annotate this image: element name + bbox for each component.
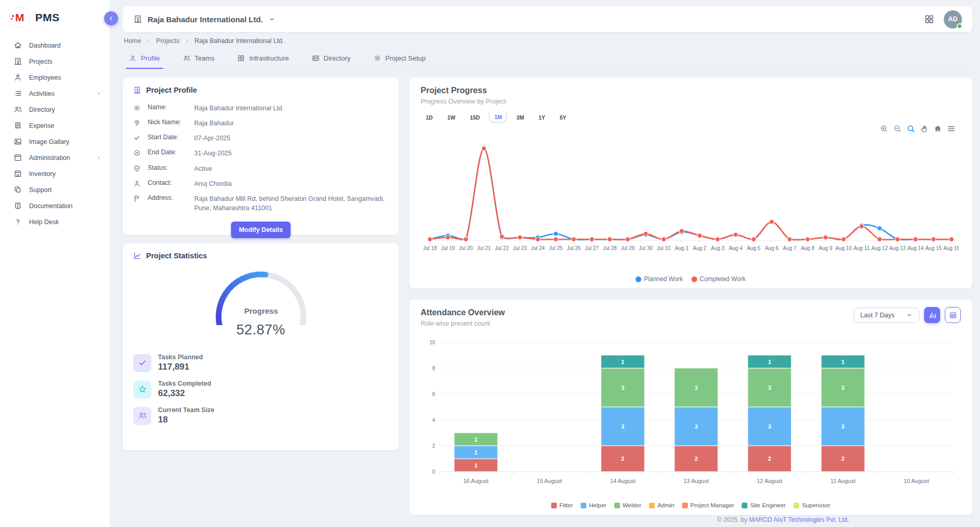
project-progress-card: Project Progress Progress Overview by Pr… xyxy=(409,78,972,288)
sidebar-item-projects[interactable]: Projects xyxy=(0,53,110,69)
breadcrumb-projects[interactable]: Projects xyxy=(156,37,179,45)
gear-icon xyxy=(133,104,141,112)
legend-label: Supervisor xyxy=(802,502,830,508)
sidebar-item-employees[interactable]: Employees xyxy=(0,69,110,85)
range-button-3m[interactable]: 3M xyxy=(511,112,529,123)
chevron-down-icon xyxy=(268,16,276,23)
legend-project-manager[interactable]: Project Manager xyxy=(682,502,734,508)
legend-completed-work[interactable]: Completed Work xyxy=(691,275,746,283)
svg-text:Progress: Progress xyxy=(244,306,278,315)
app-logo[interactable]: M PMS xyxy=(0,0,110,34)
star-icon xyxy=(138,385,147,394)
profile-field-end-date: End Date:31-Aug-2025 xyxy=(133,147,388,159)
svg-text:13 August: 13 August xyxy=(684,478,709,484)
range-button-1m[interactable]: 1M xyxy=(489,112,507,123)
zoom-out-icon[interactable] xyxy=(893,124,902,133)
range-button-1w[interactable]: 1W xyxy=(442,112,460,123)
project-progress-line-chart[interactable]: Jul 18Jul 19Jul 20Jul 21Jul 22Jul 23Jul … xyxy=(423,136,959,259)
legend-marker xyxy=(691,276,697,282)
legend-welder[interactable]: Welder xyxy=(614,502,641,508)
legend-fitter[interactable]: Fitter xyxy=(551,502,573,508)
range-button-1d[interactable]: 1D xyxy=(421,112,438,123)
svg-text:Aug 6: Aug 6 xyxy=(765,245,779,251)
apps-grid-icon[interactable] xyxy=(924,14,934,24)
sidebar-item-activities[interactable]: Activities xyxy=(0,85,110,101)
svg-text:Aug 10: Aug 10 xyxy=(835,245,852,251)
pms-project-dashboard: M PMS DashboardProjectsEmployeesActiviti… xyxy=(0,0,980,527)
tab-infrastructure[interactable]: Infrastructure xyxy=(237,52,289,68)
footer-company-link[interactable]: MARCO AIoT Technologies Pvt. Ltd. xyxy=(749,516,849,523)
svg-text:2: 2 xyxy=(432,443,435,449)
field-label: Nick Name: xyxy=(148,119,190,126)
building-icon xyxy=(13,57,22,66)
zoom-in-icon[interactable] xyxy=(880,124,888,133)
field-label: Name: xyxy=(148,104,190,111)
time-range-selector: 1D1W15D1M3M1Y5Y xyxy=(421,112,961,123)
sidebar-item-inventory[interactable]: Inventory xyxy=(0,166,110,182)
shield-icon xyxy=(133,165,141,172)
svg-text:15 August: 15 August xyxy=(537,478,562,484)
sidebar-item-expense[interactable]: Expense xyxy=(0,118,110,134)
tab-directory[interactable]: Directory xyxy=(312,52,351,68)
company-selector[interactable]: Raja Bahadur International Ltd. xyxy=(133,14,276,24)
legend-site-engineer[interactable]: Site Engineer xyxy=(742,502,786,508)
legend-planned-work[interactable]: Planned Work xyxy=(636,275,683,283)
menu-icon[interactable] xyxy=(947,124,956,133)
svg-text:Jul 18: Jul 18 xyxy=(423,245,437,251)
check-icon xyxy=(138,358,147,368)
breadcrumb-home[interactable]: Home xyxy=(124,37,141,45)
gear-icon xyxy=(373,54,381,62)
attendance-controls: Last 7 Days xyxy=(854,307,961,323)
selection-zoom-icon[interactable] xyxy=(906,124,915,133)
people-icon xyxy=(13,105,22,114)
building-icon xyxy=(133,86,141,94)
svg-text:3: 3 xyxy=(841,423,844,430)
book-icon xyxy=(13,201,22,210)
range-button-15d[interactable]: 15D xyxy=(465,112,485,123)
home-icon[interactable] xyxy=(933,124,942,133)
profile-field-start-date: Start Date:07-Apr-2025 xyxy=(133,132,388,144)
sidebar-item-label: Employees xyxy=(29,74,61,81)
receipt-icon xyxy=(13,121,22,130)
svg-text:3: 3 xyxy=(621,423,624,430)
legend-admin[interactable]: Admin xyxy=(649,502,674,508)
chevron-right-icon xyxy=(146,38,151,44)
tab-project-setup[interactable]: Project Setup xyxy=(373,52,426,68)
sidebar-item-documentation[interactable]: Documentation xyxy=(0,198,110,214)
sidebar-item-support[interactable]: Support xyxy=(0,182,110,198)
tab-profile[interactable]: Profile xyxy=(129,52,160,68)
stat-icon-box xyxy=(133,380,151,399)
sidebar-item-dashboard[interactable]: Dashboard xyxy=(0,37,110,53)
legend-marker xyxy=(551,503,557,508)
bar-view-toggle-button[interactable] xyxy=(924,307,940,323)
svg-text:16 August: 16 August xyxy=(463,478,488,484)
table-view-toggle-button[interactable] xyxy=(945,307,961,323)
field-value: Raja Bahadur xyxy=(194,119,388,128)
sidebar-item-directory[interactable]: Directory xyxy=(0,101,110,118)
breadcrumb-raja-bahadur-international-ltd: Raja Bahadur International Ltd. xyxy=(195,37,284,45)
svg-text:2: 2 xyxy=(621,456,624,462)
legend-label: Project Manager xyxy=(690,502,734,508)
fingerprint-icon xyxy=(133,119,141,127)
legend-helper[interactable]: Helper xyxy=(581,502,607,508)
stat-value: 62,332 xyxy=(158,388,211,399)
legend-supervisor[interactable]: Supervisor xyxy=(794,502,830,508)
range-button-5y[interactable]: 5Y xyxy=(554,112,571,123)
stat-label: Tasks Completed xyxy=(158,380,211,387)
sidebar-item-image-gallary[interactable]: Image Gallary xyxy=(0,134,110,150)
tab-strip: ProfileTeamsInfrastructureDirectoryProje… xyxy=(123,52,972,69)
modify-details-button[interactable]: Modify Details xyxy=(231,222,291,238)
sidebar-item-label: Expense xyxy=(29,122,54,129)
sidebar-collapse-button[interactable] xyxy=(104,11,118,25)
date-range-dropdown[interactable]: Last 7 Days xyxy=(854,308,919,323)
range-button-1y[interactable]: 1Y xyxy=(534,112,551,123)
sidebar-item-administration[interactable]: Administration xyxy=(0,150,110,166)
pan-icon[interactable] xyxy=(920,124,929,133)
attendance-bar-chart: 024681016 August11115 August14 August233… xyxy=(422,338,960,492)
tab-teams[interactable]: Teams xyxy=(183,52,214,68)
profile-fields: Name:Raja Bahadur International Ltd.Nick… xyxy=(133,102,388,214)
svg-text:Jul 19: Jul 19 xyxy=(441,245,455,251)
user-avatar[interactable]: AD xyxy=(944,10,962,28)
svg-text:10 August: 10 August xyxy=(904,478,929,484)
sidebar-item-help-desk[interactable]: Help Desk xyxy=(0,214,110,230)
